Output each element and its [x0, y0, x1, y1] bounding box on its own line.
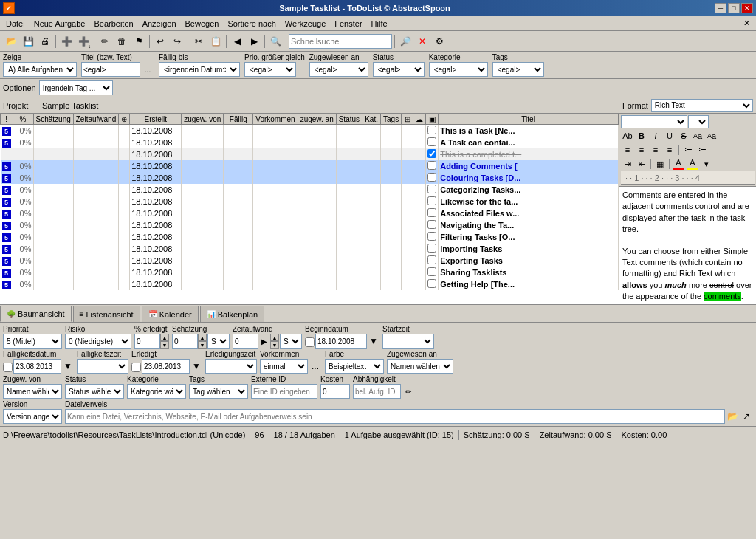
percent-input[interactable] — [134, 334, 160, 349]
table-row[interactable]: 18.10.2008 This is a completed t... — [1, 148, 619, 160]
task-checkbox[interactable] — [427, 279, 436, 288]
align-justify[interactable]: ≡ — [663, 143, 676, 157]
col-grid[interactable]: ⊞ — [402, 114, 413, 125]
filter-titel-input[interactable] — [81, 62, 140, 77]
toolbar-edit[interactable]: ✏ — [97, 33, 113, 49]
rich-text-area[interactable]: Comments are entered in the adjacent com… — [619, 187, 756, 304]
zeitaufwand-input[interactable] — [233, 334, 258, 349]
menu-bearbeiten[interactable]: Bearbeiten — [89, 18, 137, 30]
indent-decrease[interactable]: ⇤ — [635, 157, 648, 171]
task-checkbox[interactable] — [427, 149, 436, 158]
zugew-an-select[interactable]: Namen wählen — [387, 359, 453, 374]
faelligkeitsdatum-check[interactable] — [3, 361, 13, 374]
col-cloud[interactable]: ☁ — [413, 114, 426, 125]
menu-anzeigen[interactable]: Anzeigen — [138, 18, 181, 30]
toolbar-filter-apply[interactable]: 🔎 — [397, 33, 413, 49]
ext-id-input[interactable] — [251, 384, 317, 399]
dateiverweis-open[interactable]: ↗ — [740, 409, 753, 424]
indent-increase[interactable]: ⇥ — [621, 157, 634, 171]
col-zeitaufwand[interactable]: Zeitaufwand — [73, 114, 118, 125]
filter-faellig-select[interactable]: <irgendein Datum:> — [159, 62, 240, 77]
table-row[interactable]: 5 0% 18.10.2008 Getting Help [The... — [1, 278, 619, 290]
col-zugew-an[interactable]: zugew. an — [298, 114, 336, 125]
align-center[interactable]: ≡ — [635, 143, 648, 157]
format-bold[interactable]: B — [635, 129, 648, 143]
abhaengigkeit-btn[interactable]: ✏ — [402, 384, 415, 399]
maximize-button[interactable]: □ — [728, 3, 740, 13]
faelligkeitszeit-select[interactable] — [77, 359, 128, 374]
menu-fenster[interactable]: Fenster — [330, 18, 366, 30]
task-checkbox[interactable] — [427, 161, 436, 170]
vorkommen-btn[interactable]: ... — [309, 359, 322, 374]
faelligkeitsdatum-input[interactable] — [13, 359, 61, 374]
col-percent[interactable]: % — [13, 114, 33, 125]
list-bullets[interactable]: ≔ — [681, 143, 695, 157]
erledigt-check[interactable] — [131, 361, 141, 374]
close-button[interactable]: ✕ — [741, 3, 753, 13]
format-superscript[interactable]: Aa — [691, 129, 704, 143]
minimize-button[interactable]: ─ — [715, 3, 726, 13]
task-checkbox[interactable] — [427, 208, 436, 217]
table-row[interactable]: 5 0% 18.10.2008 A Task can contai... — [1, 137, 619, 148]
menu-hilfe[interactable]: Hilfe — [367, 18, 392, 30]
task-checkbox[interactable] — [427, 137, 436, 146]
table-row[interactable]: 5 0% 18.10.2008 Exporting Tasks — [1, 255, 619, 267]
filter-tags-select[interactable]: <egal> — [492, 62, 544, 77]
table-row[interactable]: 5 0% 18.10.2008 Navigating the Ta... — [1, 219, 619, 231]
toolbar-undo[interactable]: ↩ — [152, 33, 168, 49]
abhaengigkeit-input[interactable] — [353, 384, 401, 399]
filter-zeige-select[interactable]: A) Alle Aufgaben — [3, 62, 77, 77]
col-vorkommen[interactable]: Vorkommen — [253, 114, 298, 125]
toolbar-open[interactable]: 📂 — [3, 33, 19, 49]
schaetzung-unit[interactable]: S — [207, 334, 230, 349]
task-checkbox[interactable] — [427, 255, 436, 264]
zeitaufwand-unit[interactable]: S — [280, 334, 302, 349]
font-color[interactable]: A — [672, 157, 685, 171]
format-strike[interactable]: S — [677, 129, 690, 143]
vorkommen-select[interactable]: einmal — [260, 359, 308, 374]
table-row[interactable]: 5 0% 18.10.2008 Likewise for the ta... — [1, 196, 619, 207]
tab-balkenplan[interactable]: 📊 Balkenplan — [200, 306, 264, 322]
align-left[interactable]: ≡ — [621, 143, 634, 157]
version-select[interactable]: Version angebe — [3, 409, 62, 424]
toolbar-save[interactable]: 💾 — [20, 33, 36, 49]
font-select[interactable]: MS Sans Serif — [621, 115, 687, 128]
options-select[interactable]: Irgendein Tag ... — [39, 80, 113, 95]
col-plus[interactable]: ⊕ — [119, 114, 130, 125]
toolbar-new-task[interactable]: ➕ — [58, 33, 75, 49]
zeitaufwand-play[interactable]: ▶ — [258, 334, 270, 349]
zugew-von-select[interactable]: Namen wählen — [3, 384, 62, 399]
status-select[interactable]: Status wählen — [65, 384, 124, 399]
table-row[interactable]: 5 0% 18.10.2008 Filtering Tasks [O... — [1, 231, 619, 243]
col-zugew-von[interactable]: zugew. von — [182, 114, 224, 125]
toolbar-print[interactable]: 🖨 — [37, 33, 53, 49]
menu-bewegen[interactable]: Bewegen — [181, 18, 224, 30]
col-erstellt[interactable]: Erstellt — [130, 114, 182, 125]
toolbar-redo[interactable]: ↪ — [169, 33, 185, 49]
task-table-container[interactable]: ! % Schätzung Zeitaufwand ⊕ Erstellt zug… — [0, 114, 619, 304]
toolbar-move-right[interactable]: ▶ — [246, 33, 262, 49]
erledigt-btn[interactable]: ▼ — [190, 359, 202, 374]
col-faellig[interactable]: Fällig — [224, 114, 253, 125]
table-row[interactable]: 5 0% 18.10.2008 This is a Task [Ne... — [1, 125, 619, 137]
toolbar-find[interactable]: 🔍 — [267, 33, 284, 49]
farbe-select[interactable]: Beispieltext — [325, 359, 384, 374]
task-checkbox[interactable] — [427, 220, 436, 229]
toolbar-move-left[interactable]: ◀ — [229, 33, 245, 49]
erledigt-input[interactable] — [142, 359, 190, 374]
toolbar-filter-clear[interactable]: ✕ — [414, 33, 430, 49]
beginndatum-input[interactable] — [315, 334, 367, 349]
menu-werkzeuge[interactable]: Werkzeuge — [281, 18, 330, 30]
risiko-select[interactable]: 0 (Niedrigste) — [65, 334, 131, 349]
search-input[interactable] — [289, 34, 392, 49]
schaetzung-down[interactable]: ▼ — [198, 341, 207, 349]
filter-prio-select[interactable]: <egal> — [244, 62, 296, 77]
prioritaet-select[interactable]: 5 (Mittel) — [3, 334, 62, 349]
filter-zugew-select[interactable]: <egal> — [309, 62, 368, 77]
toolbar-flag[interactable]: ⚑ — [131, 33, 147, 49]
col-kat[interactable]: Kat. — [362, 114, 381, 125]
task-checkbox[interactable] — [427, 185, 436, 193]
beginndatum-btn[interactable]: ▼ — [368, 334, 379, 349]
erledigungszeit-select[interactable] — [205, 359, 257, 374]
schaetzung-input[interactable] — [172, 334, 198, 349]
